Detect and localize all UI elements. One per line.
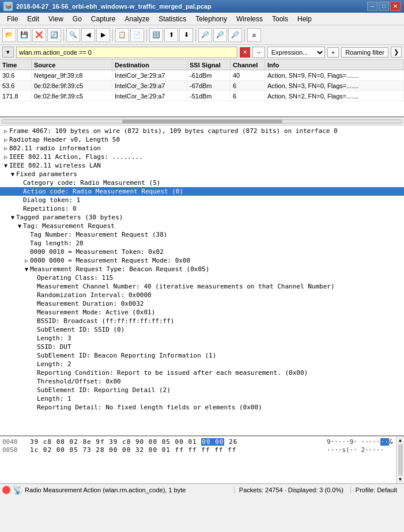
scroll-up-icon[interactable]: ▲	[399, 438, 402, 443]
tree-row[interactable]: ▼IEEE 802.11 wireless LAN	[0, 161, 404, 170]
header-destination[interactable]: Destination	[112, 60, 187, 70]
tree-row[interactable]: Measurement Mode: Active (0x01)	[0, 308, 404, 317]
tree-expand-icon[interactable]: ▷	[2, 128, 9, 134]
toolbar-button-0[interactable]: 📂	[2, 28, 16, 42]
tree-row[interactable]: Length: 2	[0, 360, 404, 368]
menu-item-tools[interactable]: Tools	[267, 14, 293, 24]
menu-item-statistics[interactable]: Statistics	[154, 14, 191, 24]
toolbar-button-14[interactable]: ⬇	[179, 28, 193, 42]
filter-clear-button[interactable]: ✕	[240, 47, 250, 58]
toolbar-button-17[interactable]: 🔎	[213, 28, 227, 42]
tree-expand-icon[interactable]: ▼	[2, 162, 9, 169]
tree-row[interactable]: ▷IEEE 802.11 Action, Flags: ........	[0, 153, 404, 161]
horizontal-scrollbar[interactable]	[0, 117, 404, 126]
tree-row[interactable]: ▷802.11 radio information	[0, 144, 404, 153]
tree-row[interactable]: Measurement Channel Number: 40 (iterativ…	[0, 282, 404, 291]
tree-row[interactable]: Category code: Radio Measurement (5)	[0, 178, 404, 187]
menu-item-edit[interactable]: Edit	[22, 14, 44, 24]
minimize-button[interactable]: ─	[367, 2, 377, 11]
toolbar-button-1[interactable]: 💾	[17, 28, 31, 42]
toolbar-button-6[interactable]: ◀	[81, 28, 95, 42]
tree-expand-icon[interactable]: ▼	[23, 266, 30, 272]
tree-row[interactable]: Action code: Radio Measurement Request (…	[0, 187, 404, 196]
filter-end-button[interactable]: ❯	[391, 47, 402, 58]
tree-row[interactable]: BSSID: Broadcast (ff:ff:ff:ff:ff:ff)	[0, 317, 404, 325]
tree-row[interactable]: Reporting Condition: Report to be issued…	[0, 368, 404, 377]
filter-input[interactable]	[16, 47, 237, 58]
tree-row[interactable]: Tag length: 28	[0, 239, 404, 248]
filter-add-button[interactable]: +	[327, 47, 339, 58]
toolbar-button-10[interactable]: 📄	[130, 28, 144, 42]
tree-expand-icon[interactable]: ▷	[2, 154, 9, 160]
toolbar-button-20[interactable]: ≡	[247, 28, 261, 42]
tree-row[interactable]: Tag Number: Measurement Request (38)	[0, 230, 404, 239]
tree-row[interactable]: ▷0000 0000 = Measurement Request Mode: 0…	[0, 256, 404, 265]
tree-row[interactable]: Length: 3	[0, 334, 404, 343]
menu-item-capture[interactable]: Capture	[86, 14, 120, 24]
tree-row[interactable]: ▷Radiotap Header v0, Length 50	[0, 135, 404, 144]
tree-row[interactable]: Length: 1	[0, 394, 404, 403]
tree-row[interactable]: ▼Tagged parameters (30 bytes)	[0, 213, 404, 222]
tree-expand-icon[interactable]: ▷	[2, 145, 9, 151]
toolbar-button-13[interactable]: ⬆	[164, 28, 178, 42]
packet-cell: Netgear_9f:39:c8	[32, 70, 112, 80]
tree-row[interactable]: 0000 0010 = Measurement Token: 0x02	[0, 248, 404, 256]
packet-detail[interactable]: ▷Frame 4067: 109 bytes on wire (872 bits…	[0, 126, 404, 436]
scroll-thumb[interactable]	[122, 120, 282, 123]
header-channel[interactable]: Channel	[231, 60, 265, 70]
tree-expand-icon[interactable]: ▷	[23, 257, 30, 264]
menu-item-telephony[interactable]: Telephony	[191, 14, 232, 24]
menu-item-go[interactable]: Go	[68, 14, 86, 24]
toolbar-button-12[interactable]: 🔢	[149, 28, 163, 42]
tree-row[interactable]: ▼Measurement Request Type: Beacon Reques…	[0, 265, 404, 273]
roaming-filter-button[interactable]: Roaming filter	[341, 47, 388, 58]
tree-row[interactable]: Repetitions: 0	[0, 204, 404, 213]
menu-item-file[interactable]: File	[2, 14, 22, 24]
tree-expand-icon[interactable]: ▼	[16, 223, 23, 229]
toolbar-separator	[195, 29, 196, 41]
tree-row[interactable]: SubElement ID: Beacon Reporting Informat…	[0, 351, 404, 360]
tree-row[interactable]: Operating Class: 115	[0, 273, 404, 282]
filter-apply-button[interactable]: →	[252, 47, 265, 58]
tree-row[interactable]: Randomization Interval: 0x0000	[0, 291, 404, 299]
toolbar-button-16[interactable]: 🔎	[198, 28, 212, 42]
packet-row[interactable]: 171.80e:02:8e:9f:39:c5IntelCor_3e:29:a7-…	[0, 91, 404, 101]
hex-scrollbar[interactable]: ▲▼	[396, 436, 404, 483]
tree-row[interactable]: Reporting Detail: No fixed length fields…	[0, 403, 404, 412]
tree-row[interactable]: ▼Tag: Measurement Request	[0, 222, 404, 230]
close-button[interactable]: ✕	[390, 2, 401, 11]
tree-row[interactable]: SubElement ID: SSID (0)	[0, 325, 404, 334]
tree-row[interactable]: Threshold/Offset: 0x00	[0, 377, 404, 386]
tree-row[interactable]: SSID: DUT	[0, 343, 404, 351]
menu-item-wireless[interactable]: Wireless	[232, 14, 267, 24]
tree-node-text: SubElement ID: Beacon Reporting Informat…	[37, 352, 216, 359]
header-time[interactable]: Time	[0, 60, 32, 70]
scroll-track[interactable]	[398, 444, 403, 476]
toolbar-button-2[interactable]: ❌	[32, 28, 46, 42]
packet-row[interactable]: 30.6Netgear_9f:39:c8IntelCor_3e:29:a7-61…	[0, 70, 404, 81]
tree-row[interactable]: Measurement Duration: 0x0032	[0, 299, 404, 308]
toolbar-button-9[interactable]: 📋	[115, 28, 129, 42]
header-ssi[interactable]: SSI Signal	[187, 60, 231, 70]
tree-expand-icon[interactable]: ▷	[2, 136, 9, 143]
toolbar-button-18[interactable]: 🔎	[228, 28, 242, 42]
maximize-button[interactable]: □	[379, 2, 389, 11]
menu-item-help[interactable]: Help	[293, 14, 316, 24]
header-info[interactable]: Info	[265, 60, 404, 70]
scroll-track[interactable]	[1, 119, 403, 124]
tree-expand-icon[interactable]: ▼	[9, 214, 16, 221]
packet-row[interactable]: 53.60e:02:8e:9f:39:c5IntelCor_3e:29:a7-6…	[0, 81, 404, 91]
toolbar-button-5[interactable]: 🔍	[66, 28, 80, 42]
toolbar-button-3[interactable]: 🔄	[47, 28, 61, 42]
menu-item-analyze[interactable]: Analyze	[120, 14, 154, 24]
tree-row[interactable]: ▷Frame 4067: 109 bytes on wire (872 bits…	[0, 127, 404, 135]
menu-item-view[interactable]: View	[44, 14, 68, 24]
tree-row[interactable]: ▼Fixed parameters	[0, 170, 404, 178]
header-source[interactable]: Source	[32, 60, 112, 70]
tree-row[interactable]: SubElement ID: Reporting Detail (2)	[0, 386, 404, 394]
tree-row[interactable]: Dialog token: 1	[0, 196, 404, 204]
tree-expand-icon[interactable]: ▼	[9, 171, 16, 177]
scroll-down-icon[interactable]: ▼	[399, 477, 402, 482]
filter-dropdown[interactable]: Expression...	[267, 47, 325, 58]
toolbar-button-7[interactable]: ▶	[96, 28, 110, 42]
